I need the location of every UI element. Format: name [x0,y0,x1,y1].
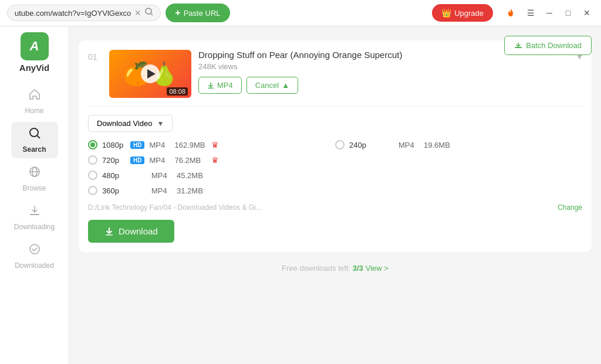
quality-col-left: 1080p HD MP4 162.9MB ♛ 720p HD MP4 76.2M… [88,138,335,198]
radio-240p[interactable] [335,140,345,149]
sidebar-item-home[interactable]: Home [11,83,58,120]
quality-label-720p: 720p [102,156,126,165]
options-row: Download Video ▼ [88,115,582,132]
radio-480p[interactable] [88,171,97,180]
sidebar-item-browse-label: Browse [22,184,46,192]
sidebar-item-downloading-label: Downloading [14,223,55,231]
content-area: Batch Download 01 🍊🍐 08:08 Dropping Stuf… [69,26,601,364]
quality-label-480p: 480p [102,171,126,180]
play-triangle-icon [147,69,156,79]
sidebar-item-downloaded[interactable]: Downloaded [11,238,58,274]
dropdown-arrow-icon: ▼ [157,120,164,128]
flame-icon[interactable] [502,5,519,21]
batch-download-button[interactable]: Batch Download [504,36,592,55]
mp4-button[interactable]: MP4 [198,77,242,94]
svg-point-8 [30,244,39,254]
video-card: 01 🍊🍐 08:08 Dropping Stuff on Pear (Anno… [79,40,592,252]
video-index: 01 [88,50,102,62]
quality-label-240p: 240p [349,141,373,149]
quality-row-1080p: 1080p HD MP4 162.9MB ♛ [88,138,335,152]
hd-badge-720p: HD [130,157,144,164]
radio-720p[interactable] [88,155,97,165]
size-360p: 31.2MB [177,186,209,195]
download-type-dropdown[interactable]: Download Video ▼ [88,115,173,132]
search-nav-icon [28,127,41,143]
quality-label-360p: 360p [102,186,126,195]
footer-count: 3/3 [353,264,363,273]
radio-1080p[interactable] [88,140,97,149]
logo-box: A [21,32,49,60]
url-search-icon[interactable] [145,8,153,18]
size-240p: 19.6MB [424,141,456,149]
download-button[interactable]: Download [88,220,174,243]
quality-col-right: 240p MP4 19.6MB [335,138,582,198]
plus-icon: + [175,8,180,18]
chevron-up-icon: ▲ [282,81,289,90]
crown-icon: 👑 [441,8,451,18]
change-path-link[interactable]: Change [558,203,582,212]
url-clear-icon[interactable]: ✕ [134,8,141,18]
footer: Free downloads left: 3/3View > [79,264,592,273]
sidebar-item-home-label: Home [25,107,43,115]
format-360p: MP4 [151,186,172,195]
svg-point-0 [146,8,151,14]
home-icon [28,88,41,104]
video-views: 248K views [198,62,570,71]
crown-icon-720p: ♛ [211,155,219,165]
svg-line-3 [37,136,40,139]
video-thumbnail[interactable]: 🍊🍐 08:08 [109,50,191,98]
svg-rect-9 [515,47,522,48]
url-bar: utube.com/watch?v=IgOYVlGexco ✕ [7,5,161,21]
video-actions: MP4 Cancel ▲ [198,77,570,94]
hd-badge-1080p: HD [130,141,144,149]
titlebar: utube.com/watch?v=IgOYVlGexco ✕ + Paste … [0,0,601,26]
quality-row-360p: 360p MP4 31.2MB [88,183,335,198]
video-duration: 08:08 [167,87,188,96]
close-icon[interactable]: ✕ [580,6,594,20]
svg-point-2 [30,128,38,137]
brand-name: AnyVid [19,63,49,73]
sidebar-item-search[interactable]: Search [11,122,58,158]
quality-row-480p: 480p MP4 45.2MB [88,168,335,182]
cancel-button[interactable]: Cancel ▲ [247,77,298,94]
video-info: Dropping Stuff on Pear (Annoying Orange … [198,50,570,94]
upgrade-button[interactable]: 👑 Upgrade [432,4,493,22]
format-240p: MP4 [399,141,419,149]
footer-view-link[interactable]: View > [366,264,389,273]
sidebar-item-downloading[interactable]: Downloading [11,199,58,236]
format-480p: MP4 [151,171,172,180]
size-480p: 45.2MB [177,171,209,180]
sidebar-item-browse[interactable]: Browse [11,161,58,197]
url-text: utube.com/watch?v=IgOYVlGexco [15,9,131,18]
video-header: 01 🍊🍐 08:08 Dropping Stuff on Pear (Anno… [88,50,582,98]
size-720p: 76.2MB [174,156,207,165]
quality-label-1080p: 1080p [102,141,126,149]
sidebar: A AnyVid Home Search Browse [0,26,69,364]
svg-rect-11 [106,234,113,236]
download-options: Download Video ▼ 1080p HD MP4 162.9MB [88,106,582,243]
downloaded-icon [28,243,41,259]
play-button[interactable] [141,64,160,83]
sidebar-item-search-label: Search [22,145,46,154]
size-1080p: 162.9MB [174,141,207,149]
svg-line-1 [151,13,153,15]
minimize-icon[interactable]: ─ [542,6,556,20]
main-layout: A AnyVid Home Search Browse [0,26,601,364]
quality-row-720p: 720p HD MP4 76.2MB ♛ [88,153,335,167]
downloading-icon [28,204,41,220]
svg-rect-10 [208,87,214,89]
browse-icon [28,165,41,182]
maximize-icon[interactable]: □ [561,6,575,20]
quality-grid: 1080p HD MP4 162.9MB ♛ 720p HD MP4 76.2M… [88,138,582,198]
svg-rect-7 [30,214,39,215]
crown-icon-1080p: ♛ [211,140,219,149]
format-1080p: MP4 [149,141,170,149]
logo-letter: A [30,39,39,54]
radio-360p[interactable] [88,186,97,195]
file-path-text: D:/Link Technology Fan/04 - Downloaded V… [88,203,553,212]
format-720p: MP4 [149,156,170,165]
menu-icon[interactable]: ☰ [524,6,538,20]
quality-row-240p: 240p MP4 19.6MB [335,138,582,152]
footer-text: Free downloads left: [282,264,353,273]
paste-url-button[interactable]: + Paste URL [166,4,229,22]
